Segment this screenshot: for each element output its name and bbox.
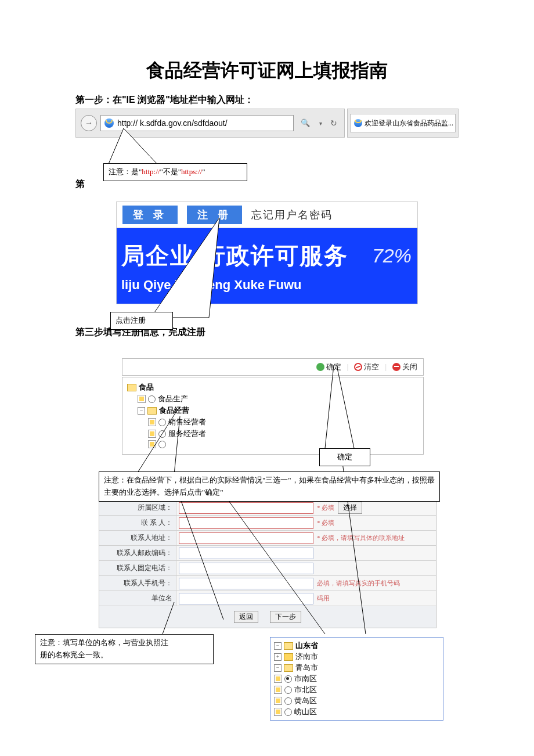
tab-title: 欢迎登录山东省食品药品监... [365,118,453,128]
folder-icon [127,384,136,391]
collapse-icon[interactable]: − [138,407,145,415]
region-province[interactable]: 山东省 [295,640,318,651]
dropdown-icon[interactable]: ▾ [317,120,324,127]
tree-root[interactable]: 食品 [139,382,154,393]
form-row: 联 系 人：* 必填 [99,515,436,530]
note-icon [148,418,156,426]
folder-icon [147,407,157,415]
field-hint: * 必填 [317,503,334,512]
form-row: 联系人手机号：必填，请填写真实的手机号码 [99,575,436,591]
auth-tabs: 登 录 注 册 忘记用户名密码 [116,201,418,228]
ie-icon [354,119,362,127]
radio-icon[interactable] [158,441,166,448]
radio-icon[interactable] [284,686,292,694]
clear-icon [354,363,362,371]
browser-tab[interactable]: 欢迎登录山东省食品药品监... × [350,114,456,132]
toolbar-ok[interactable]: 确定 [316,362,341,372]
text-input[interactable] [179,548,313,559]
banner-percent: 72% [372,244,412,267]
back-button[interactable]: 返回 [234,611,258,623]
field-hint: 码用 [317,594,330,603]
form-row: 联系人固定电话： [99,560,436,575]
tree-node[interactable]: 食品经营 [159,405,189,416]
refresh-icon[interactable]: ↻ [328,118,340,128]
ie-back-button[interactable]: → [81,115,97,131]
form-row: 联系人邮政编码： [99,545,436,560]
region-district[interactable]: 崂山区 [274,707,439,717]
select-button[interactable]: 选择 [338,502,362,514]
text-input[interactable] [179,578,313,589]
text-input[interactable] [179,517,313,529]
next-button[interactable]: 下一步 [270,611,301,623]
tree-toolbar: 确定 | 清空 | 关闭 [122,358,424,376]
radio-icon[interactable] [158,419,166,426]
radio-icon[interactable] [148,395,156,403]
field-hint: 必填，请填写真实的手机号码 [317,579,400,588]
step2-label-partial: 第 [75,178,85,190]
callout-http: 注意：是"http://"不是"https://" [103,163,247,181]
login-tab[interactable]: 登 录 [122,206,178,224]
forgot-link[interactable]: 忘记用户名密码 [251,208,333,222]
collapse-icon[interactable]: − [274,642,282,650]
url-input[interactable]: http:// k.sdfda.gov.cn/sdfdaout/ [100,115,294,131]
doc-title: 食品经营许可证网上填报指南 [75,58,459,84]
text-input[interactable] [179,563,313,574]
field-hint: * 必填 [317,519,334,527]
form-row: 联系人地址：* 必填，请填写具体的联系地址 [99,530,436,545]
note-icon [274,686,282,694]
region-district[interactable]: 市南区 [274,674,439,684]
note-icon [148,440,156,448]
radio-icon[interactable] [284,697,292,705]
close-icon [392,363,400,371]
register-form: 所属区域：* 必填选择联 系 人：* 必填联系人地址：* 必填，请填写具体的联系… [99,500,436,628]
register-tab[interactable]: 注 册 [187,206,242,224]
url-text: http:// k.sdfda.gov.cn/sdfdaout/ [117,118,228,128]
region-tree: −山东省 +济南市 −青岛市 市南区市北区黄岛区崂山区 [270,637,443,721]
region-district[interactable]: 市北区 [274,685,439,695]
callout-register: 点击注册 [110,312,173,330]
category-tree: 食品 食品生产 −食品经营 销售经营者 服务经营者 [122,377,424,455]
folder-icon [284,642,293,650]
ie-icon [104,118,114,128]
site-banner: 局企业 行政许可服务 liju Qiye ingzheng Xuke Fuwu … [116,228,418,304]
note-icon [138,395,146,403]
text-input[interactable] [179,532,313,544]
region-city[interactable]: 济南市 [295,651,318,662]
form-label: 单位名 [99,591,176,606]
form-label: 所属区域： [99,501,176,515]
region-city[interactable]: 青岛市 [295,663,318,673]
banner-pinyin: liju Qiye ingzheng Xuke Fuwu [121,278,417,293]
check-icon [316,363,324,371]
folder-icon [284,653,293,661]
collapse-icon[interactable]: − [274,664,282,672]
note-icon [274,675,282,683]
search-icon[interactable]: 🔍 [297,118,313,128]
callout-unit-name: 注意：填写单位的名称，与营业执照注 册的名称完全一致。 [35,634,214,664]
toolbar-close[interactable]: 关闭 [392,362,417,372]
callout-category-note: 注意：在食品经营下，根据自己的实际经营情况"三选一"，如果在食品经营中有多种业态… [99,471,440,502]
form-label: 联系人固定电话： [99,561,176,575]
field-hint: * 必填，请填写具体的联系地址 [317,534,405,542]
radio-icon[interactable] [284,675,292,683]
note-icon [148,430,156,438]
note-icon [274,697,282,705]
toolbar-clear[interactable]: 清空 [354,362,379,372]
tree-node[interactable]: 食品生产 [158,394,188,404]
form-label: 联系人邮政编码： [99,546,176,560]
text-input[interactable] [179,502,313,514]
step1-label: 第一步：在"IE 浏览器"地址栏中输入网址： [75,94,459,106]
callout-confirm: 确定 [319,448,370,466]
form-row: 单位名码用 [99,591,436,606]
radio-icon[interactable] [158,430,166,438]
folder-icon [284,664,293,672]
tree-node[interactable]: 销售经营者 [168,417,206,427]
form-label: 联系人地址： [99,531,176,545]
ie-address-bar: → http:// k.sdfda.gov.cn/sdfdaout/ 🔍 ▾ ↻ [75,109,345,138]
region-district[interactable]: 黄岛区 [274,696,439,706]
expand-icon[interactable]: + [274,653,282,661]
radio-icon[interactable] [284,708,292,716]
tree-node[interactable]: 服务经营者 [168,429,206,439]
form-row: 所属区域：* 必填选择 [99,501,436,515]
text-input[interactable] [179,593,313,604]
form-label: 联 系 人： [99,516,176,530]
